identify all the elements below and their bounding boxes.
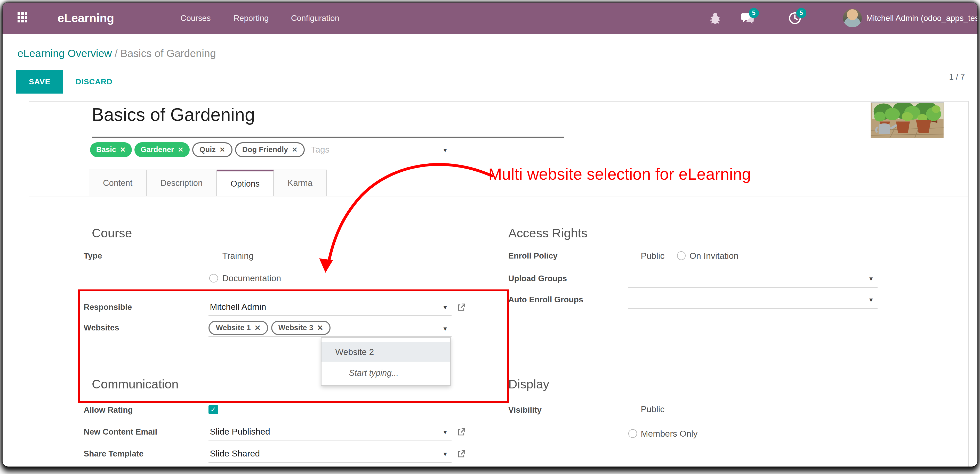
- visibility-radio-members-only[interactable]: [628, 429, 637, 438]
- tag-label: Basic: [96, 145, 116, 154]
- tags-underline: [90, 160, 462, 160]
- enroll-option-on-invitation[interactable]: On Invitation: [689, 251, 738, 261]
- auto-enroll-groups-label: Auto Enroll Groups: [508, 295, 583, 304]
- tags-caret-icon[interactable]: ▾: [443, 146, 447, 154]
- app-window: eLearning Courses Reporting Configuratio…: [3, 3, 977, 467]
- enroll-option-public[interactable]: Public: [641, 251, 664, 261]
- debug-bug-icon[interactable]: [708, 11, 722, 25]
- visibility-option-members-only[interactable]: Members Only: [641, 429, 697, 439]
- share-template-label: Share Template: [84, 449, 143, 458]
- tag-label: Dog Friendly: [242, 145, 288, 154]
- share-template-caret-icon[interactable]: ▾: [443, 450, 447, 458]
- activities-clock-icon[interactable]: 5: [788, 11, 802, 25]
- allow-rating-label: Allow Rating: [84, 406, 133, 415]
- discard-button[interactable]: DISCARD: [76, 70, 113, 94]
- title-underline: [92, 136, 564, 138]
- annotation-text: Multi website selection for eLearning: [488, 165, 751, 183]
- tag-pill: Quiz✕: [192, 142, 232, 157]
- new-content-email-value[interactable]: Slide Published: [210, 426, 270, 437]
- allow-rating-checkbox[interactable]: ✓: [208, 405, 218, 414]
- breadcrumb-current: Basics of Gardening: [120, 48, 216, 59]
- record-pager[interactable]: 1 / 7: [949, 73, 965, 82]
- nav-item-courses[interactable]: Courses: [180, 3, 210, 34]
- plants-illustration: [871, 103, 943, 138]
- tag-remove-icon[interactable]: ✕: [120, 146, 126, 154]
- share-template-external-link-icon[interactable]: [457, 449, 465, 457]
- tag-remove-icon[interactable]: ✕: [292, 146, 298, 154]
- messages-badge: 5: [749, 8, 759, 18]
- notebook-tabs: Content Description Options Karma: [89, 170, 327, 197]
- tab-content[interactable]: Content: [89, 170, 147, 197]
- nav-item-reporting[interactable]: Reporting: [234, 3, 269, 34]
- websites-dropdown: Website 2 Start typing...: [321, 338, 451, 386]
- tag-remove-icon[interactable]: ✕: [220, 146, 225, 154]
- new-content-email-label: New Content Email: [84, 427, 157, 437]
- breadcrumb: eLearning Overview / Basics of Gardening: [18, 48, 216, 60]
- screen: eLearning Courses Reporting Configuratio…: [0, 0, 980, 474]
- visibility-option-public[interactable]: Public: [641, 404, 664, 414]
- type-option-documentation[interactable]: Documentation: [223, 273, 281, 283]
- upload-groups-caret-icon[interactable]: ▾: [869, 274, 873, 283]
- tab-karma[interactable]: Karma: [274, 170, 327, 197]
- dropdown-start-typing-hint: Start typing...: [321, 364, 450, 382]
- tag-pill: Gardener✕: [134, 142, 190, 157]
- app-title: eLearning: [57, 3, 114, 34]
- course-cover-image[interactable]: [870, 102, 944, 138]
- tag-pill: Basic✕: [90, 142, 132, 157]
- tag-remove-icon[interactable]: ✕: [178, 146, 183, 154]
- tags-field[interactable]: Basic✕ Gardener✕ Quiz✕ Dog Friendly✕ Tag…: [90, 142, 329, 157]
- nav-item-configuration[interactable]: Configuration: [291, 3, 339, 34]
- enroll-policy-label: Enroll Policy: [508, 251, 558, 261]
- section-heading-course: Course: [92, 226, 132, 240]
- apps-grid-icon[interactable]: [18, 13, 28, 22]
- auto-enroll-groups-underline: [628, 308, 878, 309]
- new-content-email-caret-icon[interactable]: ▾: [443, 428, 447, 436]
- upload-groups-label: Upload Groups: [508, 274, 567, 283]
- user-menu[interactable]: Mitchell Admin (odoo_apps_test_: [866, 3, 977, 34]
- tags-placeholder[interactable]: Tags: [311, 144, 329, 155]
- messages-icon[interactable]: 5: [741, 11, 754, 25]
- tag-label: Gardener: [141, 145, 174, 154]
- section-heading-access-rights: Access Rights: [508, 226, 587, 240]
- tab-options[interactable]: Options: [217, 170, 274, 197]
- section-heading-display: Display: [508, 377, 549, 391]
- activities-badge: 5: [796, 8, 807, 18]
- breadcrumb-parent-link[interactable]: eLearning Overview: [18, 48, 112, 59]
- tabbar-line: [29, 196, 968, 197]
- share-template-underline: [208, 462, 451, 463]
- new-content-email-underline: [208, 440, 451, 440]
- new-content-email-external-link-icon[interactable]: [457, 427, 465, 435]
- tag-pill: Dog Friendly✕: [235, 142, 305, 157]
- tab-description[interactable]: Description: [147, 170, 217, 197]
- type-option-training[interactable]: Training: [223, 251, 254, 261]
- tag-label: Quiz: [199, 145, 216, 154]
- upload-groups-underline: [628, 287, 878, 287]
- type-label: Type: [84, 251, 102, 261]
- breadcrumb-separator: /: [115, 48, 118, 59]
- user-avatar[interactable]: [843, 9, 862, 28]
- save-button[interactable]: SAVE: [16, 70, 63, 94]
- visibility-label: Visibility: [508, 406, 542, 415]
- auto-enroll-groups-caret-icon[interactable]: ▾: [869, 296, 873, 304]
- type-radio-documentation[interactable]: [209, 274, 218, 283]
- course-title-input[interactable]: Basics of Gardening: [92, 104, 255, 125]
- top-navbar: eLearning Courses Reporting Configuratio…: [3, 3, 977, 34]
- share-template-value[interactable]: Slide Shared: [210, 449, 260, 458]
- dropdown-option-website2[interactable]: Website 2: [321, 342, 450, 361]
